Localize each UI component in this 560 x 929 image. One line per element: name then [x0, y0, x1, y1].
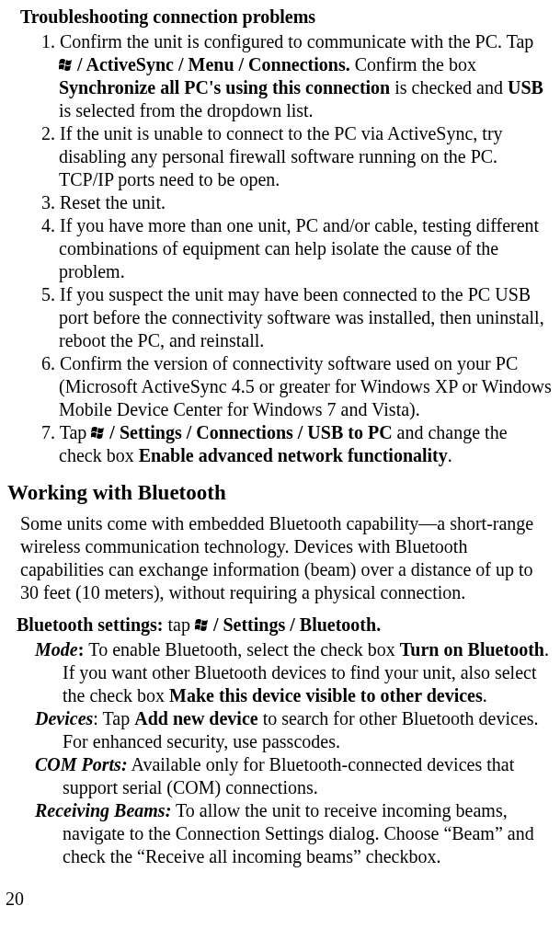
item-head: Mode — [35, 639, 78, 659]
item-colon: : — [78, 639, 89, 659]
step-text: If the unit is unable to connect to the … — [59, 123, 503, 189]
item-bold: Make this device visible to other device… — [169, 685, 483, 705]
list-item: Receiving Beams: To allow the unit to re… — [35, 799, 553, 868]
step-text: Confirm the version of connectivity soft… — [59, 353, 552, 419]
heading-troubleshoot: Troubleshooting connection problems — [20, 6, 553, 29]
windows-flag-icon — [91, 426, 109, 441]
step-text: Reset the unit. — [60, 192, 166, 212]
windows-flag-icon — [195, 618, 213, 633]
bt-settings-tap: tap — [163, 614, 194, 635]
page-number: 20 — [6, 888, 24, 911]
list-item: 4. If you have more than one unit, PC an… — [20, 214, 553, 283]
item-bold: Add new device — [134, 708, 257, 728]
bluetooth-items: Mode: To enable Bluetooth, select the ch… — [35, 638, 553, 868]
item-head: Receiving Beams: — [35, 800, 171, 820]
list-item: 1. Confirm the unit is configured to com… — [20, 30, 553, 122]
troubleshoot-steps: 1. Confirm the unit is configured to com… — [20, 30, 553, 467]
list-item: 3. Reset the unit. — [20, 191, 553, 214]
list-item: Mode: To enable Bluetooth, select the ch… — [35, 638, 553, 707]
list-item: 5. If you suspect the unit may have been… — [20, 283, 553, 352]
step-bold: USB — [508, 77, 543, 97]
step-bold: / Settings / Connections / USB to PC — [109, 422, 392, 442]
item-bold: Turn on Bluetooth — [400, 639, 544, 659]
list-item: Devices: Tap Add new device to search fo… — [35, 707, 553, 753]
bt-settings-path: / Settings / Bluetooth. — [213, 614, 381, 635]
heading-bluetooth: Working with Bluetooth — [7, 480, 553, 507]
step-text: Confirm the box — [350, 54, 476, 75]
heading-bt-settings: Bluetooth settings: tap / Settings / Blu… — [17, 614, 553, 637]
bt-settings-label: Bluetooth settings: — [17, 614, 163, 635]
item-text: To enable Bluetooth, select the check bo… — [88, 639, 400, 659]
windows-flag-icon — [59, 58, 77, 73]
item-colon: : — [93, 708, 102, 728]
step-text: If you have more than one unit, PC and/o… — [59, 215, 539, 281]
bluetooth-intro: Some units come with embedded Bluetooth … — [20, 512, 553, 604]
list-item: COM Ports: Available only for Bluetooth-… — [35, 753, 553, 799]
step-text: If you suspect the unit may have been co… — [59, 284, 544, 350]
step-text: is selected from the dropdown list. — [59, 100, 314, 120]
step-text: is checked and — [390, 77, 508, 97]
item-text: . — [483, 685, 487, 705]
step-bold: / ActiveSync / Menu / Connections. — [77, 54, 350, 75]
item-head: COM Ports: — [35, 754, 128, 774]
step-text: . — [448, 445, 452, 465]
step-text: Tap — [60, 422, 92, 442]
list-item: 6. Confirm the version of connectivity s… — [20, 352, 553, 421]
list-item: 2. If the unit is unable to connect to t… — [20, 122, 553, 191]
item-head: Devices — [35, 708, 93, 728]
step-bold: Synchronize all PC's using this connecti… — [59, 77, 390, 97]
list-item: 7. Tap / Settings / Connections / USB to… — [20, 421, 553, 467]
item-text: Available only for Bluetooth-connected d… — [63, 754, 514, 797]
step-bold: Enable advanced network functionality — [139, 445, 448, 465]
step-text: Confirm the unit is configured to commun… — [60, 31, 533, 52]
item-text: Tap — [103, 708, 135, 728]
